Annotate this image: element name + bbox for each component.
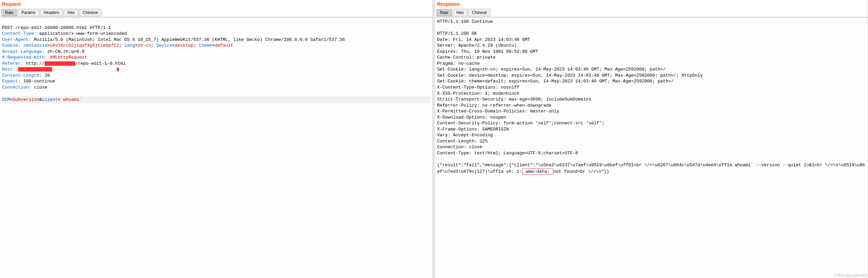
hdr-referer-key: Referer: [2, 61, 26, 66]
response-title: Response [435, 0, 868, 8]
hdr-expect-val: 100-continue [23, 79, 55, 84]
body-k1: SCM [2, 97, 10, 102]
hdr-content-type-val: application/x-www-form-urlencoded [39, 31, 127, 36]
body-v2: `whoami` [61, 97, 82, 102]
hdr-cookie-key: Cookie: [2, 43, 23, 48]
request-title: Request [0, 0, 433, 8]
main-container: Request Raw Params Headers Hex Chinese P… [0, 0, 868, 278]
hdr-expect-key: Expect: [2, 79, 23, 84]
hdr-content-type-key: Content-Type: [2, 31, 39, 36]
body-k2: client [42, 97, 58, 102]
tab-headers[interactable]: Headers [40, 9, 63, 16]
hdr-connection-val: close [34, 85, 47, 90]
hdr-xreq-val: XMLHttpRequest [50, 55, 87, 60]
request-tabs: Raw Params Headers Hex Chinese [0, 8, 433, 17]
tab-raw[interactable]: Raw [1, 9, 17, 16]
response-headers: HTTP/1.1 100 Continue HTTP/1.1 200 OK Da… [437, 19, 703, 156]
cookie-k2: lang [124, 43, 135, 48]
request-body: SCM=Subversion&client=`whoami` [2, 96, 431, 103]
hdr-user-agent-val: Mozilla/5.0 (Macintosh; Intel Mac OS X 1… [34, 37, 345, 42]
cookie-v4: default [215, 43, 233, 48]
request-content[interactable]: POST /repo-edit-10000-10000.html HTTP/1.… [0, 17, 433, 278]
redacted-extra [117, 68, 119, 71]
hdr-xreq-key: X-Requested-With: [2, 55, 50, 60]
redacted-host [18, 67, 52, 72]
cookie-k3: device [156, 43, 172, 48]
hdr-content-length-val: 30 [45, 73, 50, 78]
response-body-b: not found<br \/>\n"}} [553, 169, 609, 174]
request-panel: Request Raw Params Headers Hex Chinese P… [0, 0, 433, 278]
hdr-referer-val-b: /repo-edit-1-0.html [75, 61, 126, 66]
tab-hex[interactable]: Hex [64, 9, 78, 16]
hdr-user-agent-key: User-Agent: [2, 37, 34, 42]
resp-tab-raw[interactable]: Raw [436, 9, 452, 16]
response-tabs: Raw Hex Chinese [435, 8, 868, 17]
hdr-accept-lang-key: Accept-Language: [2, 49, 47, 54]
highlighted-www-data: www-data: [522, 168, 554, 175]
response-content[interactable]: HTTP/1.1 100 Continue HTTP/1.1 200 OK Da… [435, 17, 868, 278]
cookie-v1: u6v16rc62jiqof4g5jtle6pft2 [50, 43, 119, 48]
resp-tab-hex[interactable]: Hex [453, 9, 467, 16]
cookie-k4: theme [199, 43, 212, 48]
tab-params[interactable]: Params [18, 9, 39, 16]
redacted-referer [45, 61, 75, 66]
watermark: CSDN @sublime88 [834, 273, 867, 277]
hdr-connection-key: Connection: [2, 85, 34, 90]
body-eq: = [58, 97, 61, 102]
request-line: POST /repo-edit-10000-10000.html HTTP/1.… [2, 25, 111, 30]
response-body-a: {"result":"fail","message":{"client":"\u… [437, 163, 865, 174]
cookie-v3: desktop [175, 43, 193, 48]
resp-tab-chinese[interactable]: Chinese [468, 9, 491, 16]
tab-chinese[interactable]: Chinese [79, 9, 102, 16]
hdr-content-length-key: Content-Length: [2, 73, 45, 78]
hdr-referer-val-a: http:// [26, 61, 45, 66]
response-panel: Response Raw Hex Chinese HTTP/1.1 100 Co… [435, 0, 868, 278]
cookie-v2: zh-cn [138, 43, 151, 48]
cookie-k1: zentaosid [23, 43, 47, 48]
hdr-accept-lang-val: zh-CN,zh;q=0.9 [47, 49, 84, 54]
body-amp: & [39, 97, 42, 102]
body-v1: Subversion [13, 97, 39, 102]
hdr-host-key: Host: [2, 67, 18, 72]
